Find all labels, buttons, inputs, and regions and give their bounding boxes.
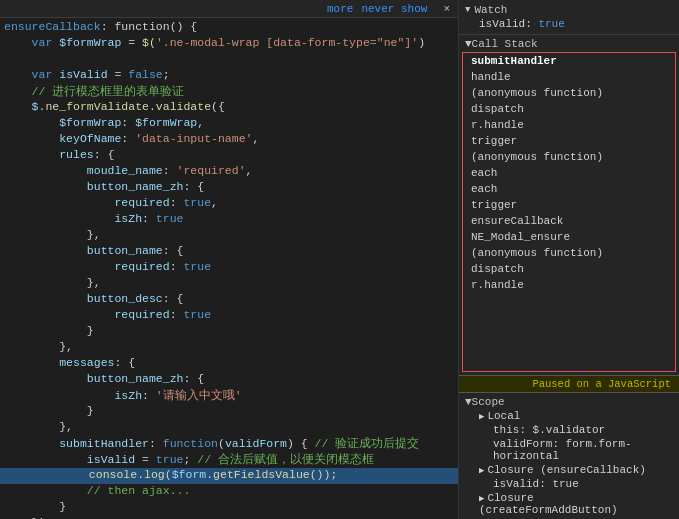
callstack-item-trigger2[interactable]: trigger	[463, 197, 675, 213]
code-line: moudle_name: 'required',	[0, 164, 458, 180]
code-editor: more never show × ensureCallback: functi…	[0, 0, 459, 519]
watch-section: ▼ Watch isValid: true	[459, 0, 679, 35]
code-line: rules: {	[0, 148, 458, 164]
code-line: },	[0, 340, 458, 356]
watch-key: isValid:	[479, 18, 538, 30]
callstack-item-trigger1[interactable]: trigger	[463, 133, 675, 149]
scope-section: ▼ Scope ▶Local this: $.validator validFo…	[459, 393, 679, 519]
code-line: // then ajax...	[0, 484, 458, 500]
scope-arrow-icon: ▼	[465, 396, 472, 408]
code-line: keyOfName: 'data-input-name',	[0, 132, 458, 148]
callstack-section: ▼ Call Stack submitHandler handle (anony…	[459, 35, 679, 375]
never-show-link[interactable]: never show	[361, 3, 427, 15]
code-line: isZh: true	[0, 212, 458, 228]
top-bar: more never show ×	[0, 0, 458, 18]
callstack-item-rhandle1[interactable]: r.handle	[463, 117, 675, 133]
code-line: button_desc: {	[0, 292, 458, 308]
callstack-item-anon1[interactable]: (anonymous function)	[463, 85, 675, 101]
code-line	[0, 52, 458, 68]
code-line: var $formWrap = $('.ne-modal-wrap [data-…	[0, 36, 458, 52]
callstack-item-anon3[interactable]: (anonymous function)	[463, 245, 675, 261]
callstack-item-rhandle2[interactable]: r.handle	[463, 277, 675, 293]
code-line: isValid = true; // 合法后赋值，以便关闭模态框	[0, 452, 458, 468]
callstack-item-anon2[interactable]: (anonymous function)	[463, 149, 675, 165]
callstack-item-nemodal[interactable]: NE_Modal_ensure	[463, 229, 675, 245]
watch-arrow-icon: ▼	[465, 5, 470, 15]
code-line: submitHandler: function(validForm) { // …	[0, 436, 458, 452]
code-line: button_name: {	[0, 244, 458, 260]
callstack-item-dispatch2[interactable]: dispatch	[463, 261, 675, 277]
code-line: var isValid = false;	[0, 68, 458, 84]
scope-local-this: this: $.validator	[465, 423, 673, 437]
code-line: }	[0, 404, 458, 420]
callstack-item-dispatch[interactable]: dispatch	[463, 101, 675, 117]
callstack-item-ensurecallback[interactable]: ensureCallback	[463, 213, 675, 229]
close-icon[interactable]: ×	[443, 3, 450, 15]
paused-banner: Paused on a JavaScript	[459, 375, 679, 393]
scope-header[interactable]: ▼ Scope	[465, 395, 673, 409]
scope-label: Scope	[472, 396, 505, 408]
scope-closure-header[interactable]: ▶Closure (ensureCallback)	[465, 463, 673, 477]
closure-arrow-icon: ▶	[479, 466, 484, 476]
callstack-item-handle[interactable]: handle	[463, 69, 675, 85]
callstack-label: Call Stack	[472, 38, 538, 50]
callstack-item-each2[interactable]: each	[463, 181, 675, 197]
code-line: // 进行模态框里的表单验证	[0, 84, 458, 100]
code-line: $formWrap: $formWrap,	[0, 116, 458, 132]
watch-label: Watch	[474, 4, 507, 16]
scope-local-header[interactable]: ▶Local	[465, 409, 673, 423]
code-line: button_name_zh: {	[0, 180, 458, 196]
code-line: button_name_zh: {	[0, 372, 458, 388]
watch-item: isValid: true	[465, 17, 673, 31]
code-line: ensureCallback: function() {	[0, 20, 458, 36]
code-line: },	[0, 228, 458, 244]
code-line: isZh: '请输入中文哦'	[0, 388, 458, 404]
code-line: },	[0, 276, 458, 292]
code-line: required: true	[0, 308, 458, 324]
code-line: required: true	[0, 260, 458, 276]
code-line: required: true,	[0, 196, 458, 212]
code-line: }	[0, 500, 458, 516]
code-line: $.ne_formValidate.validate({	[0, 100, 458, 116]
callstack-list[interactable]: submitHandler handle (anonymous function…	[462, 52, 676, 372]
right-panel: ▼ Watch isValid: true ▼ Call Stack submi…	[459, 0, 679, 519]
closure2-arrow-icon: ▶	[479, 494, 484, 504]
local-arrow-icon: ▶	[479, 412, 484, 422]
callstack-item-submithandler[interactable]: submitHandler	[463, 53, 675, 69]
code-content: ensureCallback: function() { var $formWr…	[0, 18, 458, 519]
code-line: messages: {	[0, 356, 458, 372]
watch-value: true	[538, 18, 564, 30]
callstack-arrow-icon: ▼	[465, 38, 472, 50]
scope-local-validform: validForm: form.form-horizontal	[465, 437, 673, 463]
callstack-item-each1[interactable]: each	[463, 165, 675, 181]
watch-header[interactable]: ▼ Watch	[465, 3, 673, 17]
callstack-header[interactable]: ▼ Call Stack	[459, 35, 679, 52]
code-line: },	[0, 420, 458, 436]
scope-closure2-header[interactable]: ▶Closure (createFormAddButton)	[465, 491, 673, 517]
scope-closure-isvalid: isValid: true	[465, 477, 673, 491]
active-code-line: console.log($form.getFieldsValue());	[0, 468, 458, 484]
code-line: }	[0, 324, 458, 340]
more-link[interactable]: more	[327, 3, 353, 15]
